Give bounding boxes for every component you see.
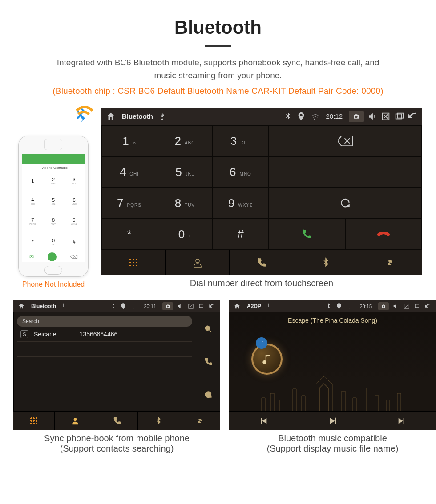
nav-recent[interactable] bbox=[230, 250, 294, 275]
recent-apps-icon[interactable] bbox=[198, 303, 205, 310]
call-contact-button[interactable] bbox=[196, 345, 220, 378]
contact-name: Seicane bbox=[34, 331, 57, 338]
description-line1: Integrated with BC6 Bluetooth module, su… bbox=[27, 56, 409, 69]
song-title: Escape (The Pina Colada Song) bbox=[229, 312, 436, 324]
location-icon bbox=[120, 303, 127, 310]
prev-track-button[interactable] bbox=[229, 412, 298, 430]
nav-dialpad[interactable] bbox=[13, 412, 55, 430]
nav-dialpad[interactable] bbox=[101, 250, 166, 275]
hangup-button[interactable] bbox=[345, 219, 422, 250]
dial-key-6[interactable]: 6MNO bbox=[213, 156, 268, 188]
status-bar: Bluetooth 20:12 bbox=[101, 108, 422, 125]
dial-key-7[interactable]: 7PQRS bbox=[101, 188, 157, 219]
phonebook-caption: Sync phone-book from mobile phone (Suppo… bbox=[13, 433, 220, 454]
volume-icon[interactable] bbox=[367, 112, 377, 121]
close-app-icon[interactable] bbox=[381, 112, 391, 121]
contact-initial-badge: S bbox=[20, 330, 28, 338]
contact-row[interactable]: S Seicane 13566664466 bbox=[17, 327, 192, 342]
title-underline bbox=[205, 45, 231, 47]
bluetooth-badge-icon bbox=[256, 337, 267, 349]
topbar-title: Bluetooth bbox=[122, 112, 153, 120]
wifi-icon bbox=[130, 303, 137, 310]
usb-icon bbox=[60, 303, 67, 310]
search-button[interactable] bbox=[196, 312, 220, 345]
nav-contacts[interactable] bbox=[55, 412, 96, 430]
home-icon[interactable] bbox=[234, 303, 241, 310]
album-art-icon bbox=[251, 344, 283, 375]
wifi-icon bbox=[310, 112, 319, 121]
close-app-icon[interactable] bbox=[403, 303, 410, 310]
page-title: Bluetooth bbox=[13, 17, 423, 38]
recent-apps-icon[interactable] bbox=[414, 303, 421, 310]
nav-link[interactable] bbox=[358, 250, 422, 275]
description-line2: music streaming from your phone. bbox=[27, 69, 409, 82]
next-track-button[interactable] bbox=[367, 412, 436, 430]
topbar-title: Bluetooth bbox=[31, 303, 56, 309]
nav-link[interactable] bbox=[179, 412, 220, 430]
nav-bluetooth[interactable] bbox=[294, 250, 358, 275]
recent-apps-icon[interactable] bbox=[394, 112, 404, 121]
nav-bluetooth[interactable] bbox=[138, 412, 179, 430]
volume-icon[interactable] bbox=[392, 303, 400, 310]
volume-icon[interactable] bbox=[177, 303, 184, 310]
bottom-nav bbox=[101, 250, 422, 275]
wifi-icon bbox=[346, 303, 353, 310]
search-input[interactable]: Search bbox=[17, 316, 192, 327]
camera-button[interactable] bbox=[378, 302, 389, 310]
dial-key-5[interactable]: 5JKL bbox=[157, 156, 213, 188]
contact-number: 13566664466 bbox=[80, 331, 118, 338]
phone-caption: Phone Not Included bbox=[13, 280, 93, 288]
dial-key-*[interactable]: * bbox=[101, 219, 157, 250]
phone-mockup: + Add to Contacts 12ABC3DEF4GHI5JKL6MNO7… bbox=[18, 136, 89, 277]
bluetooth-status-icon bbox=[325, 303, 332, 310]
camera-button[interactable] bbox=[349, 111, 364, 122]
home-icon[interactable] bbox=[18, 303, 25, 310]
spec-line: (Bluetooth chip : CSR BC6 Default Blueto… bbox=[13, 86, 423, 96]
clock: 20:11 bbox=[144, 304, 156, 309]
dial-key-0[interactable]: 0+ bbox=[157, 219, 213, 250]
clock: 20:12 bbox=[326, 112, 343, 120]
back-icon[interactable] bbox=[424, 303, 432, 310]
nav-contacts[interactable] bbox=[166, 250, 230, 275]
back-icon[interactable] bbox=[408, 112, 417, 121]
dial-key-3[interactable]: 3DEF bbox=[213, 125, 268, 156]
dial-key-1[interactable]: 1∞ bbox=[101, 125, 157, 156]
svg-rect-2 bbox=[199, 304, 203, 308]
call-button[interactable] bbox=[268, 219, 345, 250]
bluetooth-icon bbox=[65, 100, 96, 131]
play-pause-button[interactable] bbox=[298, 412, 367, 430]
backspace-button[interactable] bbox=[268, 125, 422, 156]
location-icon bbox=[335, 303, 343, 310]
close-app-icon[interactable] bbox=[187, 303, 194, 310]
headunit-phonebook: Bluetooth 20:11 Search bbox=[13, 300, 220, 430]
usb-icon bbox=[265, 303, 272, 310]
usb-icon bbox=[157, 112, 166, 121]
music-caption: Bluetooth music compatible (Support disp… bbox=[229, 433, 436, 454]
clock: 20:15 bbox=[359, 304, 372, 309]
svg-point-3 bbox=[205, 326, 210, 330]
bluetooth-status-icon bbox=[283, 112, 293, 121]
dial-key-4[interactable]: 4GHI bbox=[101, 156, 157, 188]
dial-key-2[interactable]: 2ABC bbox=[157, 125, 213, 156]
sync-button[interactable] bbox=[196, 378, 220, 411]
home-icon[interactable] bbox=[106, 112, 116, 121]
topbar-title: A2DP bbox=[247, 303, 261, 309]
headunit-music: A2DP 20:15 Escape (The Pina Colada Song) bbox=[229, 300, 436, 430]
add-to-contacts-label: + Add to Contacts bbox=[22, 164, 85, 171]
bluetooth-status-icon bbox=[109, 303, 116, 310]
dial-key-8[interactable]: 8TUV bbox=[157, 188, 213, 219]
back-icon[interactable] bbox=[209, 303, 216, 310]
headunit-dialer: Bluetooth 20:12 1∞2ABC3DEF4GHI5JKL6MNO7P… bbox=[101, 108, 422, 275]
dial-key-#[interactable]: # bbox=[213, 219, 268, 250]
redial-button[interactable] bbox=[268, 188, 422, 219]
dial-key-9[interactable]: 9WXYZ bbox=[213, 188, 268, 219]
nav-recent[interactable] bbox=[96, 412, 137, 430]
blank-row bbox=[268, 156, 422, 188]
svg-rect-4 bbox=[415, 304, 419, 308]
camera-button[interactable] bbox=[162, 302, 173, 310]
dialer-caption: Dial number direct from touchscreen bbox=[101, 278, 422, 288]
location-icon bbox=[296, 112, 306, 121]
